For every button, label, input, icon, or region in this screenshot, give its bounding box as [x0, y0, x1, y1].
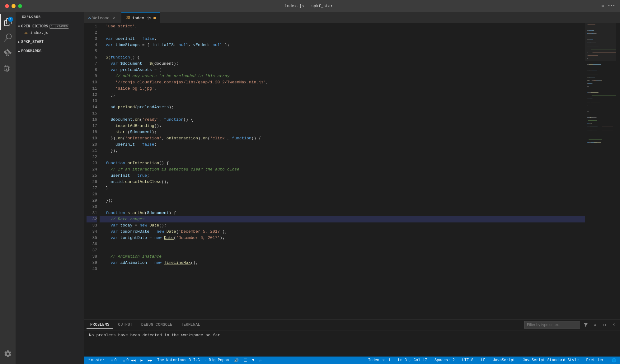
formatter-info[interactable]: Prettier: [585, 357, 605, 364]
activity-search[interactable]: [0, 30, 16, 45]
indents-info[interactable]: Indents: 1: [367, 357, 392, 364]
explorer-badge: 1: [8, 17, 13, 22]
code-line: ];: [100, 92, 585, 98]
close-button[interactable]: [5, 4, 9, 8]
error-count[interactable]: ✕ 0: [110, 357, 118, 364]
globe-icon[interactable]: 🌐: [610, 357, 618, 364]
sidebar-title: Explorer: [16, 12, 84, 22]
tab-bar: ⚙ Welcome × JS index.js: [84, 12, 620, 23]
code-content[interactable]: 'use strict'; var userInIt = false; var …: [100, 23, 585, 319]
code-line: 'use strict';: [100, 23, 585, 30]
split-panel-btn[interactable]: ⊟: [601, 321, 608, 329]
code-editor[interactable]: 1234567891011121314151617181920212223242…: [84, 23, 585, 319]
filter-icon[interactable]: [582, 321, 589, 329]
code-line: [100, 154, 585, 160]
activity-git[interactable]: [0, 45, 16, 61]
code-line: userInIt = true;: [100, 173, 585, 179]
maximize-button[interactable]: [18, 4, 22, 8]
song-title: The Notorious B.I.G. - Big Poppa: [156, 357, 230, 364]
activity-bar: 1: [0, 12, 16, 364]
code-line: [100, 48, 585, 54]
tab-index-js[interactable]: JS index.js: [121, 12, 160, 23]
bookmarks-header[interactable]: ▶ BOOKMARKS: [16, 48, 84, 55]
tab-problems[interactable]: PROBLEMS: [87, 321, 113, 329]
window-controls[interactable]: [5, 4, 22, 8]
play-btn[interactable]: ▶: [139, 357, 144, 364]
titlebar: index.js — spkf_start ⊞ •••: [0, 0, 620, 12]
spaces-info[interactable]: Spaces: 2: [433, 357, 456, 364]
line-col-info[interactable]: Ln 31, Col 17: [397, 357, 428, 364]
layout-icon[interactable]: ⊞: [602, 3, 604, 8]
tab-debug-console[interactable]: DEBUG CONSOLE: [138, 321, 176, 328]
chevron-right-icon: ▶: [18, 49, 20, 53]
code-line: [100, 98, 585, 104]
panel: PROBLEMS OUTPUT DEBUG CONSOLE TERMINAL ∧…: [84, 319, 620, 357]
shuffle-icon[interactable]: ⇄: [258, 357, 263, 364]
no-problems-message: No problems have been detected in the wo…: [89, 333, 223, 338]
code-line: var tonightDate = new Date('December 6, …: [100, 235, 585, 241]
code-line: }).on('onInteraction', onInteraction).on…: [100, 135, 585, 142]
close-panel-btn[interactable]: ×: [610, 321, 618, 329]
warning-num: 0: [126, 358, 129, 362]
git-branch-name: master: [91, 358, 105, 362]
code-line: 'slide_bg_1.jpg',: [100, 86, 585, 92]
panel-content: No problems have been detected in the wo…: [84, 330, 620, 357]
next-track-btn[interactable]: ▶▶: [147, 357, 153, 364]
prev-track-btn[interactable]: ◀◀: [130, 357, 137, 364]
code-line: [100, 30, 585, 36]
spkf-header[interactable]: ▶ SPKF_START: [16, 39, 84, 45]
code-line: insertAdBranding();: [100, 123, 585, 129]
code-line: var adAnimation = new TimelineMax();: [100, 260, 585, 266]
more-icon[interactable]: •••: [608, 3, 615, 8]
tab-welcome[interactable]: ⚙ Welcome ×: [84, 12, 121, 23]
sidebar-section-spkf: ▶ SPKF_START: [16, 37, 84, 47]
code-line: function onInteraction() {: [100, 160, 585, 166]
code-line: // If an interaction is detected clear t…: [100, 166, 585, 173]
app-body: 1 Explorer ▼ OPEN EDITORS 1 UNSAVED JS i…: [0, 12, 620, 364]
code-line: [100, 191, 585, 198]
activity-explorer[interactable]: 1: [0, 14, 16, 30]
activity-extensions[interactable]: [0, 61, 16, 77]
code-line: $document.on('ready', function() {: [100, 117, 585, 123]
spkf-label: SPKF_START: [21, 40, 44, 44]
code-line: // Animation Instance: [100, 254, 585, 260]
playlist-icon[interactable]: ☰: [242, 357, 248, 364]
language-info[interactable]: JavaScript: [491, 357, 516, 364]
tab-output[interactable]: OUTPUT: [115, 321, 136, 328]
bookmarks-label: BOOKMARKS: [21, 49, 41, 54]
code-line: [100, 204, 585, 210]
chevron-down-icon: ▼: [18, 25, 20, 28]
sidebar: Explorer ▼ OPEN EDITORS 1 UNSAVED JS ind…: [16, 12, 84, 364]
code-line: var timeStamps = { initialTS: null, vEnd…: [100, 42, 585, 48]
line-numbers: 1234567891011121314151617181920212223242…: [84, 23, 100, 319]
sidebar-file-index[interactable]: JS index.js: [16, 30, 84, 36]
error-num: 0: [114, 358, 116, 362]
code-line: $(function() {: [100, 54, 585, 61]
error-icon: ✕: [111, 358, 113, 363]
warning-count[interactable]: ⚠ 0: [122, 357, 130, 364]
filter-input[interactable]: [524, 321, 580, 329]
tab-close-welcome[interactable]: ×: [111, 15, 117, 21]
heart-icon[interactable]: ♥: [251, 357, 256, 364]
tab-index-js-label: index.js: [132, 16, 151, 21]
style-info[interactable]: JavaScript Standard Style: [521, 357, 580, 364]
code-line: function startAd($document) {: [100, 210, 585, 216]
code-line: // Date ranges: [100, 216, 585, 222]
minimize-button[interactable]: [12, 4, 16, 8]
volume-icon[interactable]: 🔊: [233, 357, 240, 364]
sidebar-section-open-editors: ▼ OPEN EDITORS 1 UNSAVED JS index.js: [16, 22, 84, 37]
activity-settings[interactable]: [0, 346, 16, 362]
titlebar-actions: ⊞ •••: [602, 3, 615, 8]
code-line: userInIt = false;: [100, 142, 585, 148]
open-editors-label: OPEN EDITORS: [21, 24, 48, 29]
open-editors-header[interactable]: ▼ OPEN EDITORS 1 UNSAVED: [16, 23, 84, 30]
line-ending-info[interactable]: LF: [480, 357, 486, 364]
encoding-info[interactable]: UTF-8: [461, 357, 475, 364]
code-line: var userInIt = false;: [100, 36, 585, 42]
tab-terminal[interactable]: TERMINAL: [177, 321, 204, 328]
chevron-up-btn[interactable]: ∧: [591, 321, 599, 329]
status-bar: ⑂ master ✕ 0 ⚠ 0 ◀◀ ▶ ▶▶ The Notorious B…: [84, 357, 620, 364]
git-branch[interactable]: ⑂ master: [87, 357, 106, 364]
vertical-scrollbar[interactable]: [616, 23, 620, 319]
status-right: Indents: 1 Ln 31, Col 17 Spaces: 2 UTF-8…: [367, 357, 618, 364]
